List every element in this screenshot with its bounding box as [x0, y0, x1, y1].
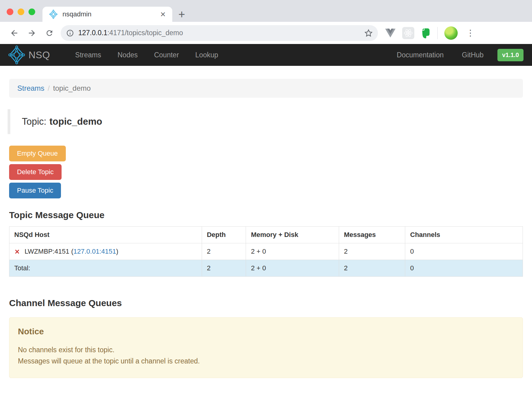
cell-channels: 0	[405, 243, 523, 260]
col-header-messages: Messages	[339, 227, 405, 243]
nav-item-nodes[interactable]: Nodes	[109, 51, 146, 59]
browser-menu-icon[interactable]: ⋮	[466, 28, 475, 38]
host-suffix: )	[116, 248, 118, 255]
table-header-row: NSQd Host Depth Memory + Disk Messages C…	[9, 227, 523, 243]
nav-item-counter[interactable]: Counter	[146, 51, 187, 59]
col-header-channels: Channels	[405, 227, 523, 243]
notice-title: Notice	[18, 327, 514, 336]
window-zoom-button[interactable]	[29, 8, 35, 15]
tab-title: nsqadmin	[62, 10, 160, 18]
notice-panel: Notice No channels exist for this topic.…	[9, 317, 523, 378]
notice-line-2: Messages will queue at the topic until a…	[18, 356, 514, 367]
topic-label: Topic:	[22, 116, 46, 127]
total-channels: 0	[405, 260, 523, 277]
total-memory-disk: 2 + 0	[246, 260, 339, 277]
cell-memory-disk: 2 + 0	[246, 243, 339, 260]
browser-toolbar: 127.0.0.1:4171/topics/topic_demo	[0, 22, 532, 44]
nav-links: Streams Nodes Counter Lookup	[67, 44, 226, 66]
topic-actions: Empty Queue Delete Topic Pause Topic	[9, 146, 523, 198]
tab-close-icon[interactable]: ×	[160, 10, 166, 19]
topic-heading: Topic: topic_demo	[8, 109, 523, 134]
col-header-depth: Depth	[202, 227, 246, 243]
breadcrumb-streams-link[interactable]: Streams	[17, 84, 44, 92]
react-devtools-icon[interactable]	[402, 27, 414, 39]
delete-topic-button[interactable]: Delete Topic	[9, 164, 62, 180]
nav-right: Documentation GitHub v1.1.0	[388, 49, 524, 61]
version-badge: v1.1.0	[497, 49, 524, 61]
cell-messages: 2	[339, 243, 405, 260]
total-messages: 2	[339, 260, 405, 277]
site-info-icon[interactable]	[66, 29, 74, 37]
total-label: Total:	[9, 260, 202, 277]
extensions-row: ⋮	[385, 26, 476, 40]
window-close-button[interactable]	[7, 8, 13, 15]
host-address-link[interactable]: 127.0.01:4151	[73, 248, 116, 255]
table-total-row: Total: 2 2 + 0 2 0	[9, 260, 523, 277]
brand-label: NSQ	[29, 49, 50, 61]
browser-tab-strip: nsqadmin × +	[0, 0, 532, 22]
reload-icon[interactable]	[44, 28, 55, 38]
url-bar[interactable]: 127.0.0.1:4171/topics/topic_demo	[61, 25, 378, 41]
cell-depth: 2	[202, 243, 246, 260]
total-depth: 2	[202, 260, 246, 277]
topic-queue-heading: Topic Message Queue	[9, 210, 523, 220]
topic-queue-table: NSQd Host Depth Memory + Disk Messages C…	[9, 226, 523, 277]
notice-line-1: No channels exist for this topic.	[18, 344, 514, 356]
vue-devtools-icon[interactable]	[385, 29, 396, 38]
breadcrumb-current: topic_demo	[53, 84, 91, 92]
url-host: 127.0.0.1	[78, 29, 107, 37]
url-path: :4171/topics/topic_demo	[107, 29, 183, 37]
profile-avatar[interactable]	[444, 26, 458, 40]
host-cell: LWZMBP:4151 (127.0.01:4151)	[14, 248, 197, 255]
back-icon[interactable]	[9, 28, 19, 38]
forward-icon[interactable]	[27, 28, 37, 38]
nsq-navbar: NSQ Streams Nodes Counter Lookup Documen…	[0, 44, 532, 66]
evernote-icon[interactable]	[421, 28, 431, 39]
error-x-icon	[14, 249, 20, 255]
new-tab-button[interactable]: +	[178, 8, 185, 21]
pause-topic-button[interactable]: Pause Topic	[9, 183, 61, 198]
col-header-memory-disk: Memory + Disk	[246, 227, 339, 243]
bookmark-star-icon[interactable]	[364, 29, 373, 38]
nsq-brand[interactable]: NSQ	[8, 46, 50, 64]
nsq-logo-icon	[8, 46, 25, 64]
breadcrumb-separator: /	[44, 84, 53, 92]
host-text: LWZMBP:4151 (127.0.01:4151)	[25, 248, 118, 255]
window-controls	[7, 8, 35, 15]
host-prefix: LWZMBP:4151 (	[25, 248, 73, 255]
table-row: LWZMBP:4151 (127.0.01:4151) 2 2 + 0 2 0	[9, 243, 523, 260]
breadcrumb: Streams/topic_demo	[9, 79, 523, 98]
toolbar-divider	[437, 27, 438, 39]
nav-item-streams[interactable]: Streams	[67, 51, 109, 59]
topic-name: topic_demo	[49, 116, 102, 127]
page-content: Streams/topic_demo Topic: topic_demo Emp…	[0, 79, 532, 378]
col-header-nsqd-host: NSQd Host	[9, 227, 202, 243]
window-minimize-button[interactable]	[18, 8, 24, 15]
nav-item-lookup[interactable]: Lookup	[187, 51, 226, 59]
nav-item-documentation[interactable]: Documentation	[388, 51, 453, 59]
channel-queues-heading: Channel Message Queues	[9, 298, 523, 308]
nav-item-github[interactable]: GitHub	[453, 51, 493, 59]
url-text[interactable]: 127.0.0.1:4171/topics/topic_demo	[78, 29, 364, 37]
nsq-favicon-icon	[49, 10, 58, 19]
browser-tab[interactable]: nsqadmin ×	[42, 7, 172, 22]
empty-queue-button[interactable]: Empty Queue	[9, 146, 66, 161]
